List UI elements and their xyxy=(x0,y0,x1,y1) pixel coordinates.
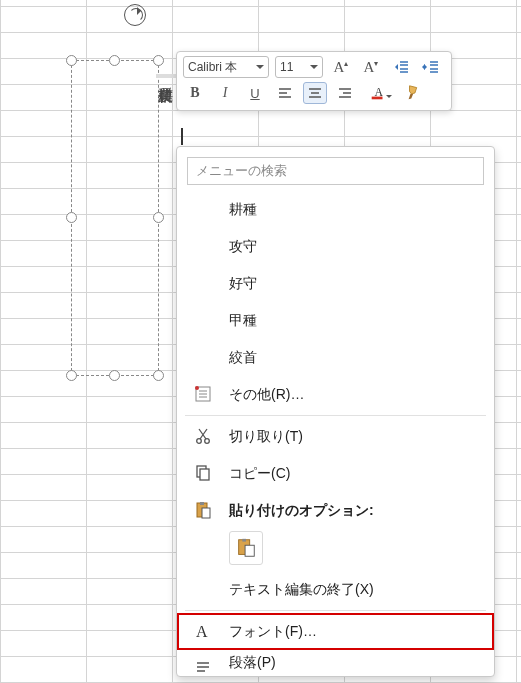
rotate-handle-icon[interactable] xyxy=(124,4,146,26)
align-right-button[interactable] xyxy=(333,82,357,104)
resize-handle-tr[interactable] xyxy=(153,55,164,66)
chevron-down-icon xyxy=(310,65,318,73)
resize-handle-tm[interactable] xyxy=(109,55,120,66)
chevron-down-icon xyxy=(256,65,264,73)
menu-font[interactable]: A フォント(F)… xyxy=(177,613,494,650)
decrease-indent-button[interactable] xyxy=(389,56,413,78)
menu-paragraph[interactable]: 段落(P) xyxy=(177,650,494,676)
menu-exit-text-edit[interactable]: テキスト編集の終了(X) xyxy=(177,571,494,608)
font-color-icon: A xyxy=(369,84,387,102)
svg-rect-10 xyxy=(202,508,210,518)
font-size-dropdown[interactable]: 11 xyxy=(275,56,323,78)
menu-copy[interactable]: コピー(C) xyxy=(177,455,494,492)
decrease-font-size-button[interactable]: A▾ xyxy=(359,56,383,78)
ime-candidate-2[interactable]: 攻守 xyxy=(177,228,494,265)
resize-handle-bl[interactable] xyxy=(66,370,77,381)
svg-rect-13 xyxy=(245,545,254,556)
align-right-icon xyxy=(336,84,354,102)
chevron-down-icon xyxy=(386,95,392,101)
align-center-icon xyxy=(306,84,324,102)
underline-button[interactable]: U xyxy=(243,82,267,104)
increase-font-size-button[interactable]: A▴ xyxy=(329,56,353,78)
bold-icon: B xyxy=(190,85,199,101)
mini-toolbar: Calibri 本 11 A▴ A▾ B I U A xyxy=(176,51,452,111)
increase-indent-icon xyxy=(422,58,440,76)
menu-search-placeholder: メニューの検索 xyxy=(196,162,287,180)
context-menu: メニューの検索 耕種 攻守 好守 甲種 絞首 その他(R)… 切り取り(T) コ… xyxy=(176,146,495,677)
svg-rect-12 xyxy=(242,539,246,542)
italic-button[interactable]: I xyxy=(213,82,237,104)
ime-candidate-4[interactable]: 甲種 xyxy=(177,302,494,339)
resize-handle-mr[interactable] xyxy=(153,212,164,223)
scissors-icon xyxy=(193,426,213,446)
svg-rect-1 xyxy=(372,97,383,100)
align-left-button[interactable] xyxy=(273,82,297,104)
svg-text:A: A xyxy=(196,623,208,640)
clipboard-icon xyxy=(193,500,213,520)
selected-textbox[interactable] xyxy=(71,60,159,376)
copy-icon xyxy=(193,463,213,483)
decrease-indent-icon xyxy=(392,58,410,76)
ime-candidate-1[interactable]: 耕種 xyxy=(177,191,494,228)
svg-rect-9 xyxy=(200,502,204,505)
align-center-button[interactable] xyxy=(303,82,327,104)
increase-font-icon: A▴ xyxy=(334,59,349,76)
bold-button[interactable]: B xyxy=(183,82,207,104)
paste-options-row xyxy=(177,529,494,571)
increase-indent-button[interactable] xyxy=(419,56,443,78)
svg-rect-7 xyxy=(200,469,209,480)
svg-point-4 xyxy=(197,439,202,444)
svg-point-3 xyxy=(195,386,199,390)
svg-point-5 xyxy=(205,439,210,444)
menu-search-input[interactable]: メニューの検索 xyxy=(187,157,484,185)
letter-a-icon: A xyxy=(193,621,213,641)
menu-cut[interactable]: 切り取り(T) xyxy=(177,418,494,455)
font-color-button[interactable]: A xyxy=(363,82,393,104)
text-cursor xyxy=(181,128,183,145)
paste-option-button[interactable] xyxy=(229,531,263,565)
resize-handle-tl[interactable] xyxy=(66,55,77,66)
align-left-icon xyxy=(276,84,294,102)
decrease-font-icon: A▾ xyxy=(364,59,379,76)
ime-other[interactable]: その他(R)… xyxy=(177,376,494,413)
paragraph-icon xyxy=(193,658,213,676)
ime-candidate-3[interactable]: 好守 xyxy=(177,265,494,302)
resize-handle-bm[interactable] xyxy=(109,370,120,381)
format-painter-button[interactable] xyxy=(399,82,429,104)
font-name-dropdown[interactable]: Calibri 本 xyxy=(183,56,269,78)
menu-separator xyxy=(185,610,486,611)
menu-paste-options-label: 貼り付けのオプション: xyxy=(177,492,494,529)
paintbrush-icon xyxy=(405,84,423,102)
resize-handle-ml[interactable] xyxy=(66,212,77,223)
list-icon xyxy=(193,384,213,404)
ime-candidate-5[interactable]: 絞首 xyxy=(177,339,494,376)
resize-handle-br[interactable] xyxy=(153,370,164,381)
font-size-value: 11 xyxy=(280,60,310,74)
font-name-value: Calibri 本 xyxy=(188,59,256,76)
italic-icon: I xyxy=(223,85,228,101)
underline-icon: U xyxy=(250,86,259,101)
menu-separator xyxy=(185,415,486,416)
clipboard-paste-icon xyxy=(235,537,257,559)
textbox-content-label: 耕種農業 xyxy=(156,74,177,78)
